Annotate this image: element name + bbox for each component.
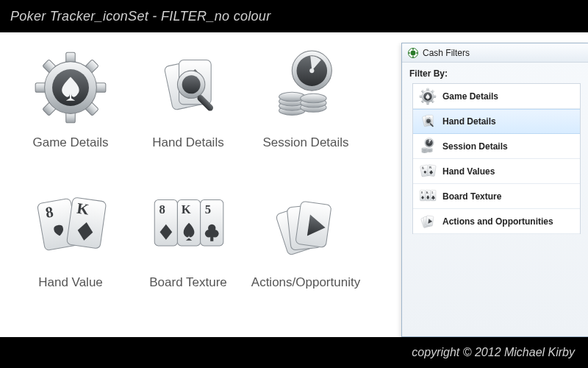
filter-row-game-details[interactable]: Game Details <box>413 84 580 109</box>
session-details-icon <box>265 47 346 128</box>
filter-row-label: Session Details <box>442 141 508 152</box>
board-texture-icon <box>148 187 229 268</box>
board-texture-icon <box>419 188 437 205</box>
actions-opportunity-icon <box>419 213 437 230</box>
filter-row-board-texture[interactable]: Board Texture <box>413 184 580 209</box>
filter-row-hand-values[interactable]: Hand Values <box>413 159 580 184</box>
cell-label: Game Details <box>33 135 109 150</box>
panel-title-text: Cash Filters <box>423 48 470 58</box>
header-title: Poker Tracker_iconSet - FILTER_no colour <box>10 9 270 24</box>
cell-label: Actions/Opportunity <box>251 275 360 290</box>
hand-value-icon <box>30 187 111 268</box>
cell-hand-value: Hand Value <box>12 187 129 319</box>
cell-session-details: Session Details <box>247 47 365 180</box>
session-details-icon <box>419 138 437 155</box>
filter-row-label: Board Texture <box>442 191 501 202</box>
cell-board-texture: Board Texture <box>129 187 247 319</box>
filter-row-label: Hand Details <box>442 116 496 127</box>
icon-showcase-grid: Game Details Hand Details Session Detail… <box>12 47 379 319</box>
game-details-icon <box>30 47 111 128</box>
filter-list: Game Details Hand Details Session Detail… <box>412 83 581 234</box>
poker-chip-icon <box>408 48 418 58</box>
cell-actions-opportunity: Actions/Opportunity <box>247 187 365 319</box>
cell-label: Hand Details <box>152 135 223 150</box>
hand-details-icon <box>419 113 437 130</box>
filter-row-session-details[interactable]: Session Details <box>413 134 580 159</box>
cell-label: Hand Value <box>38 275 103 290</box>
filter-row-hand-details[interactable]: Hand Details <box>413 109 580 134</box>
cell-hand-details: Hand Details <box>129 47 247 180</box>
panel-titlebar[interactable]: Cash Filters <box>402 43 588 63</box>
filter-row-label: Hand Values <box>442 166 495 177</box>
cell-game-details: Game Details <box>12 47 129 180</box>
header-bar: Poker Tracker_iconSet - FILTER_no colour <box>0 0 588 32</box>
hand-value-icon <box>419 163 437 180</box>
filter-row-label: Actions and Opportunities <box>442 216 553 227</box>
footer-copyright: copyright © 2012 Michael Kirby <box>412 346 575 359</box>
actions-opportunity-icon <box>265 187 346 268</box>
cash-filters-panel: Cash Filters Filter By: Game Details Han… <box>401 43 588 337</box>
stage: Game Details Hand Details Session Detail… <box>0 32 588 337</box>
game-details-icon <box>419 88 437 105</box>
cell-label: Session Details <box>262 135 348 150</box>
hand-details-icon <box>148 47 229 128</box>
filter-row-actions-opportunities[interactable]: Actions and Opportunities <box>413 209 580 234</box>
filter-row-label: Game Details <box>442 91 498 102</box>
filter-by-heading: Filter By: <box>402 63 588 82</box>
footer-bar: copyright © 2012 Michael Kirby <box>0 337 588 368</box>
cell-label: Board Texture <box>149 275 227 290</box>
